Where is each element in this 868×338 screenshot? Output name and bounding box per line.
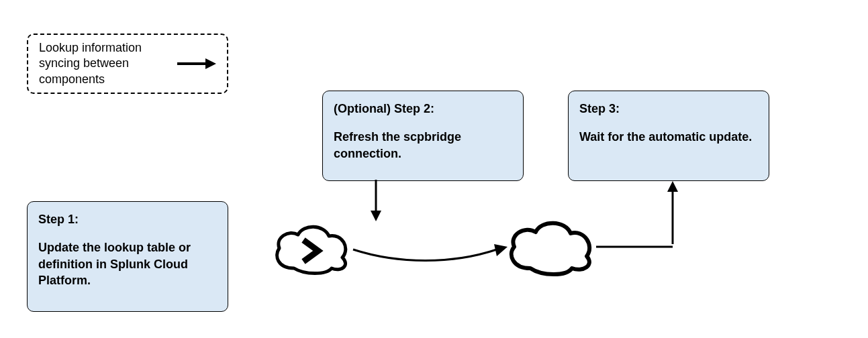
- connector-cloudb-to-step3-vertical: [665, 180, 681, 217]
- step3-title: Step 3:: [579, 101, 758, 117]
- step2-title: (Optional) Step 2:: [334, 101, 512, 117]
- arrow-right-icon: [176, 56, 216, 72]
- connector-step2-to-clouda: [368, 180, 384, 221]
- svg-marker-4: [494, 244, 508, 256]
- svg-marker-7: [667, 181, 678, 192]
- svg-marker-1: [205, 58, 216, 69]
- cloud-icon: [502, 217, 597, 276]
- step1-title: Step 1:: [38, 211, 217, 227]
- diagram-canvas: Lookup information syncing between compo…: [0, 0, 868, 338]
- svg-marker-3: [371, 211, 381, 221]
- step1-body: Update the lookup table or definition in…: [38, 239, 217, 288]
- step2-body: Refresh the scpbridge connection.: [334, 129, 512, 162]
- step3-box: Step 3: Wait for the automatic update.: [568, 91, 769, 181]
- step2-box: (Optional) Step 2: Refresh the scpbridge…: [322, 91, 524, 181]
- legend-box: Lookup information syncing between compo…: [27, 34, 228, 94]
- step1-box: Step 1: Update the lookup table or defin…: [27, 201, 228, 312]
- connector-cloudb-to-step3-horizontal: [596, 240, 673, 245]
- legend-text: Lookup information syncing between compo…: [39, 40, 165, 87]
- connector-clouda-to-cloudb: [352, 227, 512, 267]
- cloud-chevron-icon: [269, 221, 352, 275]
- step3-body: Wait for the automatic update.: [579, 129, 758, 145]
